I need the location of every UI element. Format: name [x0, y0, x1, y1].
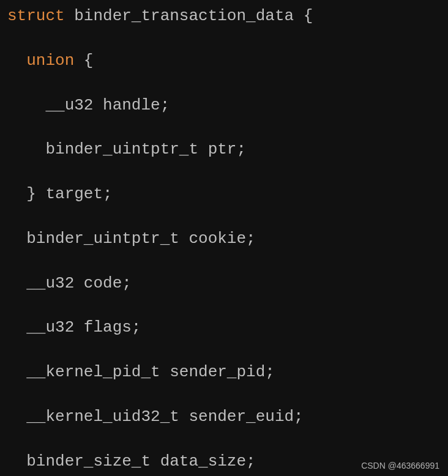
watermark-text: CSDN @463666991: [361, 460, 439, 472]
code-line: binder_uintptr_t cookie;: [7, 228, 441, 250]
code-text: __kernel_pid_t sender_pid;: [26, 363, 275, 381]
code-text: } target;: [26, 185, 112, 203]
code-text: {: [74, 51, 93, 70]
keyword: struct: [7, 7, 65, 25]
keyword: union: [26, 51, 74, 70]
code-text: __u32 code;: [26, 274, 132, 292]
code-text: binder_size_t data_size;: [26, 452, 255, 470]
code-line: __u32 code;: [7, 272, 441, 294]
code-text: binder_transaction_data {: [65, 7, 313, 25]
code-text: binder_uintptr_t ptr;: [45, 140, 246, 158]
code-text: binder_uintptr_t cookie;: [26, 229, 255, 248]
code-line: } target;: [7, 183, 441, 205]
code-text: __kernel_uid32_t sender_euid;: [26, 407, 303, 426]
code-line: __u32 handle;: [7, 94, 441, 116]
code-text: __u32 handle;: [45, 96, 170, 114]
code-text: __u32 flags;: [26, 318, 141, 337]
code-block: struct binder_transaction_data { union {…: [7, 5, 441, 476]
code-line: union {: [7, 50, 441, 72]
code-line: __u32 flags;: [7, 316, 441, 338]
code-line: __kernel_pid_t sender_pid;: [7, 361, 441, 383]
code-line: __kernel_uid32_t sender_euid;: [7, 406, 441, 428]
code-line: struct binder_transaction_data {: [7, 5, 441, 27]
code-line: binder_uintptr_t ptr;: [7, 138, 441, 160]
